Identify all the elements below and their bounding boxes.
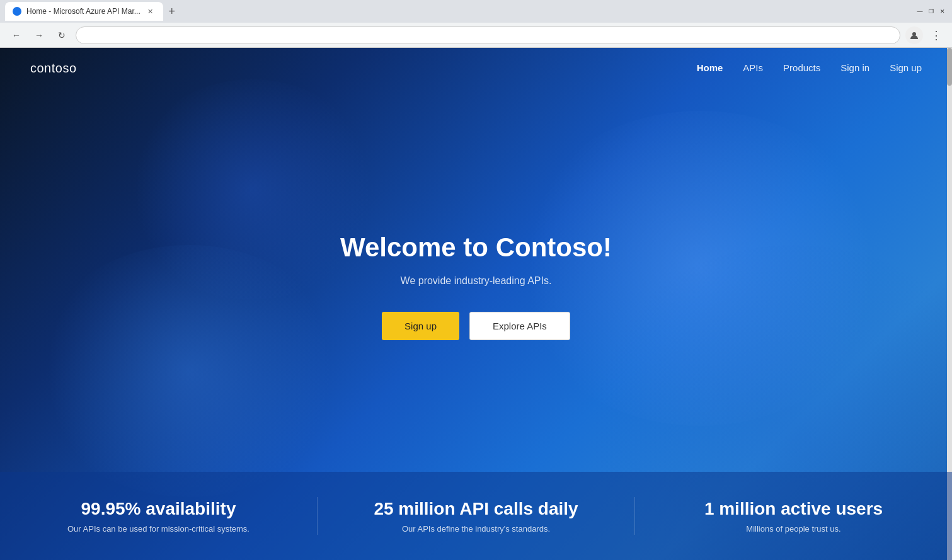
browser-menu-button[interactable]: ⋮	[928, 28, 944, 42]
stat-availability: 99.95% availability Our APIs can be used…	[0, 484, 317, 549]
browser-toolbar: ← → ↻ ⋮	[0, 23, 952, 48]
nav-signup[interactable]: Sign up	[890, 62, 922, 73]
svg-point-0	[14, 8, 20, 14]
stat-availability-value: 99.95% availability	[81, 499, 236, 519]
nav-home[interactable]: Home	[697, 62, 723, 73]
hero-subtitle: We provide industry-leading APIs.	[401, 275, 552, 287]
browser-chrome: Home - Microsoft Azure API Mar... ✕ + — …	[0, 0, 952, 48]
site-navigation: contoso Home APIs Products Sign in Sign …	[0, 48, 952, 88]
hero-buttons: Sign up Explore APIs	[382, 312, 570, 340]
nav-signin[interactable]: Sign in	[840, 62, 869, 73]
back-button[interactable]: ←	[8, 26, 25, 44]
stat-api-calls-desc: Our APIs define the industry's standards…	[402, 524, 550, 534]
nav-links: Home APIs Products Sign in Sign up	[697, 62, 922, 74]
minimize-button[interactable]: —	[915, 7, 924, 16]
stat-users-value: 1 million active users	[704, 499, 883, 519]
forward-button[interactable]: →	[30, 26, 48, 44]
nav-products[interactable]: Products	[783, 62, 820, 73]
stat-users: 1 million active users Millions of peopl…	[635, 484, 952, 549]
explore-apis-button[interactable]: Explore APIs	[469, 312, 570, 340]
website: contoso Home APIs Products Sign in Sign …	[0, 48, 952, 560]
signup-button[interactable]: Sign up	[382, 312, 459, 340]
hero-title: Welcome to Contoso!	[340, 232, 612, 263]
browser-titlebar: Home - Microsoft Azure API Mar... ✕ + — …	[0, 0, 952, 23]
browser-tab[interactable]: Home - Microsoft Azure API Mar... ✕	[5, 2, 163, 21]
stat-api-calls: 25 million API calls daily Our APIs defi…	[318, 484, 634, 549]
tab-close-icon[interactable]: ✕	[146, 6, 156, 16]
close-button[interactable]: ✕	[938, 7, 947, 16]
nav-apis[interactable]: APIs	[743, 62, 763, 73]
refresh-button[interactable]: ↻	[53, 26, 71, 44]
window-controls: — ❐ ✕	[915, 7, 947, 16]
address-bar[interactable]	[76, 26, 900, 44]
tab-title: Home - Microsoft Azure API Mar...	[26, 7, 141, 16]
tab-favicon	[13, 7, 21, 16]
hero-section: contoso Home APIs Products Sign in Sign …	[0, 48, 952, 560]
stat-api-calls-value: 25 million API calls daily	[374, 499, 578, 519]
stat-users-desc: Millions of people trust us.	[746, 524, 840, 534]
stats-section: 99.95% availability Our APIs can be used…	[0, 472, 952, 560]
site-logo[interactable]: contoso	[30, 61, 77, 76]
stat-availability-desc: Our APIs can be used for mission-critica…	[67, 524, 249, 534]
profile-icon[interactable]	[905, 26, 923, 44]
restore-button[interactable]: ❐	[927, 7, 936, 16]
new-tab-button[interactable]: +	[163, 3, 181, 20]
